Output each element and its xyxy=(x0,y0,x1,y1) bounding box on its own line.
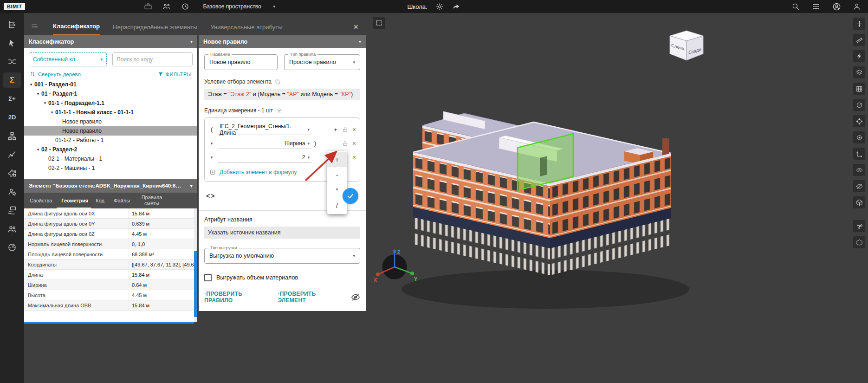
vertical-scrollbar[interactable] xyxy=(194,208,197,322)
account-circle-icon[interactable] xyxy=(832,2,841,11)
panel-menu-icon[interactable] xyxy=(30,22,40,32)
eye-off-icon[interactable] xyxy=(351,292,360,302)
sum-rules-icon[interactable]: Σ xyxy=(3,72,21,88)
export-materials-checkbox[interactable] xyxy=(204,274,212,281)
property-row[interactable]: Координаты[[49.67, 37.67, 11.32], [49.67… xyxy=(24,260,194,270)
measure-icon[interactable] xyxy=(853,34,865,46)
classifier-header[interactable]: Классификатор ▾ xyxy=(24,35,197,48)
element-tab[interactable]: Геометрия xyxy=(57,193,91,208)
property-row[interactable]: Длина фигуры вдоль оси 0Z4.45 м xyxy=(24,229,194,239)
formula-operand-dropdown[interactable]: Ширина ▾ xyxy=(218,138,311,149)
isolate-cube-icon[interactable] xyxy=(853,196,865,208)
tree-caret-icon[interactable]: ▾ xyxy=(49,110,55,115)
formula-operand-dropdown[interactable]: IFC_2_Геометрия_Стены/1. Длина ▾ xyxy=(218,124,311,135)
operator-value[interactable]: + xyxy=(333,126,338,133)
permissions-icon[interactable] xyxy=(3,202,21,218)
pan-tool-icon[interactable] xyxy=(853,18,865,30)
element-tab[interactable]: Правила сметы xyxy=(135,193,169,208)
unit-gear-icon[interactable] xyxy=(276,108,282,114)
class-selector-dropdown[interactable]: Собственный кл... ▾ xyxy=(29,52,107,66)
user-settings-icon[interactable] xyxy=(3,184,21,199)
tree-caret-icon[interactable]: ▾ xyxy=(35,147,41,152)
rule-type-dropdown[interactable]: Тип правила Простое правило ▾ xyxy=(284,54,360,70)
users-icon[interactable] xyxy=(3,221,21,236)
property-row[interactable]: Высота4.45 м xyxy=(24,290,194,300)
collapse-tree-link[interactable]: Свернуть дерево xyxy=(30,71,81,77)
property-row[interactable]: Длина15.84 м xyxy=(24,270,194,280)
tab-universal-attributes[interactable]: Универсальные атрибуты xyxy=(210,19,282,35)
copy-icon[interactable] xyxy=(275,79,281,85)
relations-icon[interactable] xyxy=(3,54,21,69)
tree-item[interactable]: ▾01 - Раздел-1 xyxy=(24,89,197,98)
tree-item[interactable]: ▾001 - Раздел-01 xyxy=(24,80,197,89)
property-row[interactable]: Максимальная длина OBB15.84 м xyxy=(24,300,194,311)
code-view-toggle[interactable]: <> xyxy=(206,192,215,200)
settings-gear-icon[interactable] xyxy=(435,2,444,11)
tree-item[interactable]: 02-1 - Материалы - 1 xyxy=(24,154,197,163)
structure-icon[interactable] xyxy=(3,128,21,143)
tab-classifier[interactable]: Классификатор xyxy=(53,19,100,35)
history-icon[interactable] xyxy=(181,2,190,11)
tree-caret-icon[interactable]: ▾ xyxy=(28,82,34,87)
condition-expression[interactable]: Этаж = "Этаж 2" и (Модель = "АР" или Мод… xyxy=(204,89,360,100)
check-element-button[interactable]: ·ПРОВЕРИТЬ ЭЛЕМЕНТ xyxy=(278,291,343,304)
remove-row-icon[interactable]: × xyxy=(352,126,356,133)
model-tree-icon[interactable] xyxy=(3,17,21,32)
property-row[interactable]: Площадь лицевой поверхности68.388 м² xyxy=(24,249,194,260)
focus-target-icon[interactable] xyxy=(853,115,865,127)
formula-operand-dropdown[interactable]: 2 ▾ xyxy=(218,152,311,163)
property-row[interactable]: Ширина0.64 м xyxy=(24,280,194,290)
tab-unassigned-elements[interactable]: Нераспределённые элементы xyxy=(113,19,197,35)
name-source-field[interactable]: Указать источник названия xyxy=(204,227,360,239)
scrollbar-thumb[interactable] xyxy=(194,251,197,317)
tree-caret-icon[interactable]: ▾ xyxy=(35,91,41,96)
projects-briefcase-icon[interactable] xyxy=(143,2,153,11)
element-tab[interactable]: Свойства xyxy=(25,193,57,208)
property-row[interactable]: Длина фигуры вдоль оси 0Y0.639 м xyxy=(24,219,194,229)
property-row[interactable]: Длина фигуры вдоль оси 0X15.84 м xyxy=(24,208,194,219)
check-rule-button[interactable]: ·ПРОВЕРИТЬ ПРАВИЛО xyxy=(204,291,269,304)
grid-icon[interactable] xyxy=(853,83,865,95)
element-header[interactable]: Элемент "Базовая стена:ADSK_Наружная_Кир… xyxy=(24,179,197,193)
menu-list-icon[interactable] xyxy=(811,2,821,11)
property-row[interactable]: Нормаль лицевой поверхности0,-1,0 xyxy=(24,239,194,249)
clash-icon[interactable] xyxy=(853,50,865,62)
rule-header[interactable]: Новое правило ▾ xyxy=(199,35,366,48)
operator-dropdown-icon[interactable]: ▾ xyxy=(208,141,215,146)
visibility-eye-icon[interactable] xyxy=(853,164,865,176)
view-cube[interactable]: Слева Сзади xyxy=(666,28,707,64)
layers-icon[interactable] xyxy=(853,66,865,78)
close-icon[interactable]: × xyxy=(353,23,358,31)
filters-link[interactable]: фильтры xyxy=(158,71,192,77)
lock-icon[interactable] xyxy=(342,141,348,147)
rule-name-field[interactable]: Название Новое правило xyxy=(204,54,278,70)
orbit-icon[interactable] xyxy=(853,131,865,143)
view-2d-icon[interactable]: 2D xyxy=(3,110,21,125)
dashboard-icon[interactable] xyxy=(3,240,21,255)
element-tab[interactable]: Файлы xyxy=(109,193,135,208)
3d-model-building[interactable] xyxy=(367,13,868,383)
section-plane-icon[interactable] xyxy=(853,99,865,111)
confirm-formula-button[interactable] xyxy=(343,188,358,204)
tree-item[interactable]: 01-1-2 - Работы - 1 xyxy=(24,136,197,145)
tree-item[interactable]: ▾02 - Раздел-2 xyxy=(24,145,197,154)
remove-row-icon[interactable]: × xyxy=(352,154,356,161)
sum-add-icon[interactable]: Σ+ xyxy=(3,91,21,106)
tree-item[interactable]: Новое правило xyxy=(24,117,197,126)
selection-region-icon[interactable] xyxy=(373,17,385,29)
axis-gizmo[interactable]: X Y Z xyxy=(371,247,418,287)
search-icon[interactable] xyxy=(791,2,800,11)
app-logo[interactable]: BIMIT xyxy=(4,3,25,10)
share-icon[interactable] xyxy=(452,2,461,11)
plugins-icon[interactable] xyxy=(3,165,21,181)
workspace-selector[interactable]: Базовое пространство ▾ xyxy=(203,3,275,10)
tree-item[interactable]: Новое правило xyxy=(24,126,197,136)
select-cursor-icon[interactable] xyxy=(3,35,21,51)
tree-item[interactable]: ▾01-1 - Подраздел-1.1 xyxy=(24,98,197,108)
tree-item[interactable]: ▾01-1-1 - Новый класс - 01-1-1 xyxy=(24,108,197,117)
axes-icon[interactable] xyxy=(853,148,865,160)
tree-item[interactable]: 02-2 - Машины - 1 xyxy=(24,163,197,173)
export-type-dropdown[interactable]: Тип выгрузки Выгрузка по умолчанию ▾ xyxy=(204,248,360,264)
section-box-icon[interactable] xyxy=(853,236,865,248)
horizontal-scrollbar[interactable] xyxy=(24,322,194,324)
